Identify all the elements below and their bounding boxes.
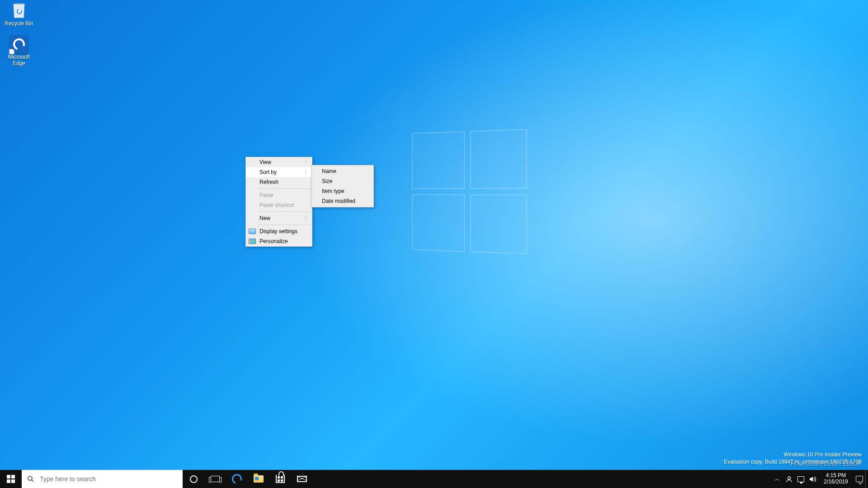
ctx-item-label: Personalize [259,238,288,244]
taskbar-search[interactable] [22,470,183,488]
network-icon [797,476,804,482]
ctx-item-label: Display settings [259,228,297,235]
ctx-item-label: Date modified [322,198,355,204]
ctx-item-paste-shortcut: Paste shortcut [246,200,312,210]
ctx-item-refresh[interactable]: Refresh [246,177,312,187]
tray-action-center[interactable] [854,470,865,488]
taskbar-app-store[interactable] [269,470,291,488]
recycle-bin-icon [10,2,28,20]
task-view-icon [211,476,220,482]
desktop-icon-recycle-bin[interactable]: Recycle Bin [2,2,36,27]
windows-start-icon [7,475,15,483]
tray-date: 2/16/2019 [824,479,848,485]
edge-icon [10,35,28,53]
chevron-right-icon: 〉 [291,215,309,221]
ctx-item-label: Item type [322,188,344,194]
tray-clock[interactable]: 4:15 PM 2/16/2019 [818,470,854,488]
ctx-item-paste: Paste [246,190,312,200]
svg-rect-2 [7,479,10,483]
desktop-icon-edge[interactable]: Microsoft Edge [2,35,36,67]
ctx-sub-item-item-type[interactable]: Item type [312,186,373,196]
ctx-item-label: View [259,159,271,165]
ctx-separator [259,211,311,212]
file-explorer-icon [254,475,264,483]
tray-people[interactable] [783,470,795,488]
ctx-sub-item-size[interactable]: Size [312,176,373,186]
personalize-icon [249,239,256,244]
ctx-item-label: Refresh [259,179,278,185]
tray-time: 4:15 PM [826,473,846,479]
edge-icon [230,472,243,485]
ctx-sub-item-date-modified[interactable]: Date modified [312,196,373,206]
svg-rect-3 [11,479,15,483]
ctx-item-label: Size [322,178,332,184]
ctx-separator [259,188,311,189]
tray-overflow-button[interactable]: ︿ [771,470,783,488]
store-icon [276,475,285,483]
ctx-sub-item-name[interactable]: Name [312,166,373,176]
ctx-separator [259,225,311,225]
tray-network[interactable] [795,470,807,488]
sort-by-submenu: Name Size Item type Date modified [311,165,374,207]
taskbar-app-edge[interactable] [226,470,248,488]
svg-point-6 [788,477,790,479]
mail-icon [297,476,307,482]
taskbar-app-mail[interactable] [291,470,313,488]
ctx-item-sort-by[interactable]: Sort by 〉 [246,167,312,177]
desktop-wallpaper[interactable] [0,0,868,488]
watermark-line2: Evaluation copy. Build 18841.rs_prerelea… [724,458,862,465]
ctx-item-label: Paste [259,192,274,198]
build-watermark: Windows 10 Pro Insider Preview Evaluatio… [724,451,862,465]
people-icon [786,476,793,483]
desktop-context-menu: View 〉 Sort by 〉 Refresh Paste Paste sho… [245,157,312,247]
cortana-button[interactable] [183,470,204,488]
task-view-button[interactable] [204,470,226,488]
chevron-up-icon: ︿ [774,475,780,483]
desktop-icon-label: Microsoft Edge [2,54,36,67]
chevron-right-icon: 〉 [291,169,309,175]
system-tray: ︿ 4:15 PM 2/16/2019 [771,470,868,488]
taskbar: ︿ 4:15 PM 2/16/2019 [0,470,868,488]
search-icon [22,475,40,483]
watermark-line1: Windows 10 Pro Insider Preview [724,451,862,458]
ctx-item-display-settings[interactable]: Display settings [246,226,312,236]
ctx-item-label: Paste shortcut [259,202,294,208]
svg-point-4 [28,476,32,480]
svg-line-5 [32,480,33,482]
ctx-item-personalize[interactable]: Personalize [246,236,312,246]
ctx-item-label: New [259,215,270,221]
search-input[interactable] [40,475,183,483]
display-icon [249,229,256,234]
svg-rect-1 [11,475,15,479]
chevron-right-icon: 〉 [291,159,309,165]
show-desktop-button[interactable] [865,470,868,488]
tray-volume[interactable] [807,470,818,488]
svg-rect-0 [7,475,10,479]
taskbar-app-file-explorer[interactable] [248,470,269,488]
ctx-item-new[interactable]: New 〉 [246,213,312,223]
ctx-item-label: Sort by [259,169,277,175]
start-button[interactable] [0,470,22,488]
action-center-icon [856,476,863,482]
ctx-item-view[interactable]: View 〉 [246,157,312,167]
ctx-item-label: Name [322,168,336,174]
desktop-icon-label: Recycle Bin [5,21,33,27]
cortana-icon [190,475,198,483]
volume-icon [809,476,816,483]
windows-logo-overlay [412,129,528,255]
